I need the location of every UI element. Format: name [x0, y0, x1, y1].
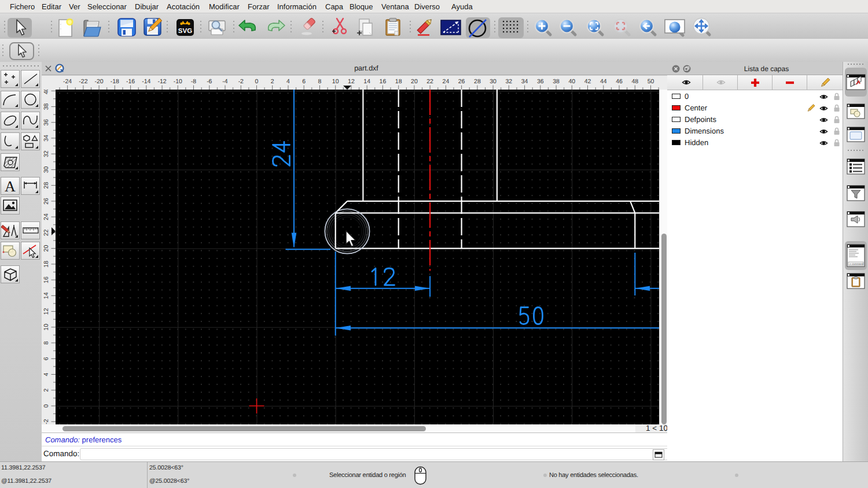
svg-text:6: 6: [302, 78, 306, 85]
svg-text:28: 28: [474, 78, 481, 85]
svg-text:-8: -8: [191, 78, 196, 85]
svg-text:-2: -2: [43, 419, 50, 424]
svg-text:0: 0: [43, 404, 50, 408]
svg-text:28: 28: [43, 182, 50, 189]
svg-text:16: 16: [380, 78, 387, 85]
svg-text:14: 14: [363, 78, 370, 85]
svg-text:16: 16: [43, 276, 50, 283]
svg-text:26: 26: [458, 78, 465, 85]
svg-text:34: 34: [43, 135, 50, 142]
svg-text:0: 0: [255, 78, 259, 85]
svg-text:-22: -22: [79, 78, 87, 85]
svg-text:A: A: [5, 178, 16, 194]
svg-text:30: 30: [490, 78, 496, 85]
svg-text:20: 20: [43, 245, 50, 252]
svg-text:30: 30: [43, 166, 50, 173]
svg-text:2: 2: [271, 78, 274, 85]
svg-text:26: 26: [43, 198, 50, 205]
svg-text:24: 24: [443, 78, 450, 85]
svg-text:22: 22: [426, 78, 433, 85]
svg-text:48: 48: [631, 78, 638, 85]
svg-text:2: 2: [43, 389, 50, 392]
svg-text:12: 12: [43, 308, 50, 315]
svg-text:36: 36: [43, 119, 50, 126]
svg-text:42: 42: [584, 78, 591, 85]
svg-text:-16: -16: [126, 78, 135, 85]
svg-text:38: 38: [43, 103, 50, 110]
svg-text:8: 8: [43, 341, 50, 345]
svg-text:-14: -14: [142, 78, 150, 85]
svg-text:32: 32: [505, 78, 512, 85]
svg-text:SVG: SVG: [178, 28, 192, 35]
svg-text:-20: -20: [95, 78, 104, 85]
svg-text:38: 38: [553, 78, 560, 85]
svg-text:8: 8: [318, 78, 322, 85]
svg-text:34: 34: [521, 78, 528, 85]
svg-text:40: 40: [568, 78, 575, 85]
svg-text:4: 4: [43, 372, 50, 376]
svg-text:4: 4: [286, 78, 290, 85]
svg-text:-10: -10: [174, 78, 182, 85]
svg-text:-18: -18: [111, 78, 119, 85]
svg-text:46: 46: [616, 78, 623, 85]
svg-text:36: 36: [537, 78, 544, 85]
svg-text:-4: -4: [222, 78, 227, 85]
svg-text:32: 32: [43, 150, 50, 157]
svg-text:-12: -12: [158, 78, 167, 85]
svg-text:18: 18: [43, 261, 50, 268]
svg-text:12: 12: [348, 78, 355, 85]
svg-text:14: 14: [43, 292, 50, 299]
svg-text:50: 50: [648, 78, 654, 85]
svg-text:6: 6: [43, 357, 50, 360]
svg-text:24: 24: [43, 213, 50, 220]
svg-text:-6: -6: [207, 78, 212, 85]
svg-text:20: 20: [411, 78, 418, 85]
svg-text:> command: > command: [849, 263, 863, 265]
svg-text:18: 18: [395, 78, 402, 85]
svg-text:10: 10: [332, 78, 339, 85]
svg-text:22: 22: [43, 229, 50, 236]
svg-text:40: 40: [43, 90, 50, 94]
svg-text:10: 10: [43, 324, 50, 331]
svg-text:44: 44: [600, 78, 607, 85]
svg-text:-24: -24: [63, 78, 72, 85]
svg-text:-2: -2: [238, 78, 244, 85]
